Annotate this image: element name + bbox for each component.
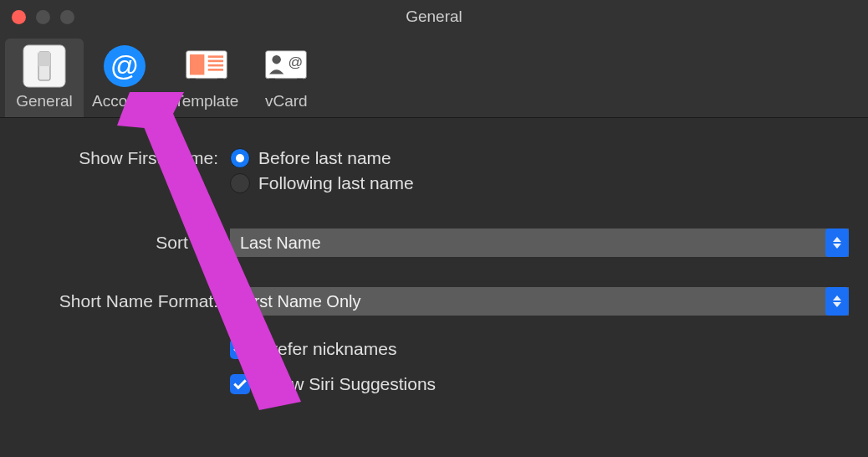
tab-general[interactable]: General bbox=[5, 39, 84, 117]
svg-rect-17 bbox=[297, 79, 303, 82]
prefer-nicknames-label: Prefer nicknames bbox=[260, 339, 396, 359]
tab-template-label: Template bbox=[174, 92, 238, 110]
svg-rect-6 bbox=[190, 54, 204, 74]
radio-before-last-name-label: Before last name bbox=[258, 148, 391, 168]
checkbox-checked-icon bbox=[230, 339, 250, 359]
sort-by-select[interactable]: Last Name bbox=[230, 228, 849, 257]
select-stepper-icon bbox=[825, 287, 849, 316]
short-name-format-value: First Name Only bbox=[240, 292, 360, 311]
zoom-window-button[interactable] bbox=[60, 10, 74, 24]
general-settings-pane: Show First Name: Before last name Follow… bbox=[0, 118, 868, 434]
window-title: General bbox=[406, 8, 462, 26]
select-stepper-icon bbox=[825, 228, 849, 257]
checkbox-show-siri-suggestions[interactable]: Show Siri Suggestions bbox=[230, 374, 436, 394]
titlebar: General bbox=[0, 0, 868, 33]
sort-by-label: Sort By: bbox=[17, 233, 230, 253]
window-controls bbox=[12, 10, 74, 24]
accounts-at-icon: @ bbox=[102, 44, 147, 89]
show-siri-label: Show Siri Suggestions bbox=[260, 374, 436, 394]
tab-vcard[interactable]: @ vCard bbox=[247, 39, 325, 117]
sort-by-value: Last Name bbox=[240, 234, 321, 253]
short-name-format-select[interactable]: First Name Only bbox=[230, 287, 849, 316]
tab-vcard-label: vCard bbox=[265, 92, 308, 110]
general-switch-icon bbox=[22, 44, 67, 89]
radio-dot-icon bbox=[230, 173, 250, 193]
svg-rect-16 bbox=[269, 79, 275, 82]
tab-accounts[interactable]: @ Accounts bbox=[84, 39, 166, 117]
checkbox-checked-icon bbox=[230, 374, 250, 394]
tab-general-label: General bbox=[16, 92, 73, 110]
svg-text:@: @ bbox=[288, 54, 304, 70]
close-window-button[interactable] bbox=[12, 10, 26, 24]
radio-before-last-name[interactable]: Before last name bbox=[230, 148, 414, 168]
preferences-toolbar: General @ Accounts Template bbox=[0, 33, 868, 118]
svg-rect-11 bbox=[190, 79, 196, 82]
svg-text:@: @ bbox=[110, 49, 140, 81]
vcard-icon: @ bbox=[263, 44, 309, 89]
radio-following-last-name[interactable]: Following last name bbox=[230, 173, 414, 193]
svg-point-14 bbox=[273, 55, 281, 64]
radio-following-last-name-label: Following last name bbox=[258, 173, 414, 193]
minimize-window-button[interactable] bbox=[36, 10, 50, 24]
show-first-name-label: Show First Name: bbox=[17, 148, 230, 168]
template-card-icon bbox=[184, 44, 229, 89]
svg-rect-2 bbox=[38, 52, 50, 66]
radio-dot-icon bbox=[230, 148, 250, 168]
tab-accounts-label: Accounts bbox=[92, 92, 157, 110]
svg-rect-12 bbox=[217, 79, 223, 82]
short-name-format-label: Short Name Format: bbox=[17, 291, 230, 311]
checkbox-prefer-nicknames[interactable]: Prefer nicknames bbox=[230, 339, 436, 359]
tab-template[interactable]: Template bbox=[166, 39, 247, 117]
